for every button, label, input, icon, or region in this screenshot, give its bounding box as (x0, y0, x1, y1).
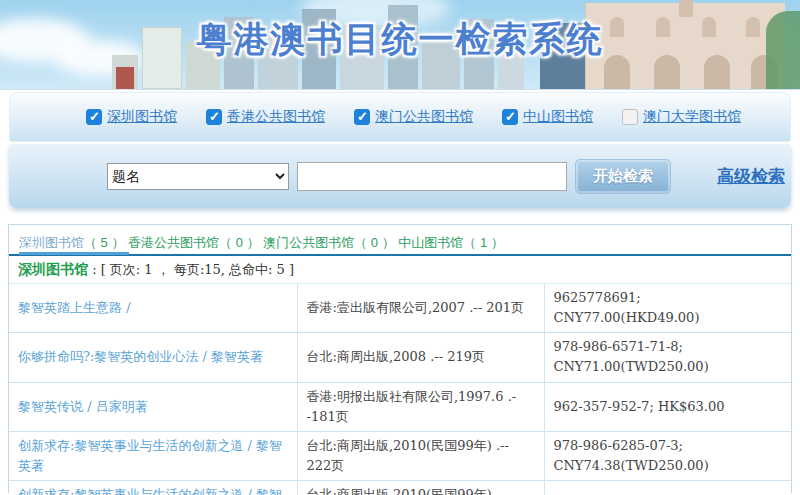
checkbox-macau-public[interactable] (354, 109, 370, 125)
tab-shenzhen-library[interactable]: 深圳图书馆（ 5 ） (19, 235, 124, 250)
publication-cell: 香港:明报出版社有限公司,1997.6 .--181页 (297, 382, 544, 431)
isbn-price-cell: 978-986-6285-07-3; CNY74.38(TWD250.00) (544, 431, 791, 480)
book-title-link[interactable]: 创新求存:黎智英事业与生活的创新之道 / 黎智英著 (18, 438, 282, 473)
results-table: 黎智英踏上生意路 / 香港:壹出版有限公司,2007 .-- 201页 9625… (9, 283, 791, 495)
summary-library-name: 深圳图书馆 (18, 261, 88, 277)
checkbox-hongkong[interactable] (206, 109, 222, 125)
active-tab-underline (19, 252, 129, 255)
search-submit-button[interactable]: 开始检索 (575, 159, 671, 194)
library-link[interactable]: 澳门大学图书馆 (643, 108, 741, 126)
library-option-macau-public[interactable]: 澳门公共图书馆 (354, 108, 473, 126)
publication-cell: 台北:商周出版,2010(民国99年) .-- 222页 (297, 431, 544, 480)
search-bar: 题名 开始检索 高级检索 (9, 144, 791, 208)
checkbox-shenzhen[interactable] (86, 109, 102, 125)
table-row: 创新求存:黎智英事业与生活的创新之道 / 黎智英著 台北:商周出版,2010(民… (9, 431, 791, 480)
isbn-price-cell: 978-986-6285-07-3; CNY95.00 (544, 481, 791, 495)
search-input[interactable] (297, 162, 567, 191)
book-title-link[interactable]: 创新求存:黎智英事业与生活的创新之道 / 黎智英著 (18, 487, 282, 495)
publication-cell: 香港:壹出版有限公司,2007 .-- 201页 (297, 284, 544, 333)
table-row: 你够拼命吗?:黎智英的创业心法 / 黎智英著 台北:商周出版,2008 .-- … (9, 333, 791, 382)
library-option-shenzhen[interactable]: 深圳图书馆 (86, 108, 177, 126)
tab-zhongshan-library[interactable]: 中山图书馆（ 1 ） (398, 235, 503, 250)
isbn-price-cell: 978-986-6571-71-8; CNY71.00(TWD250.00) (544, 333, 791, 382)
library-link[interactable]: 中山图书馆 (523, 108, 593, 126)
summary-paging-info: : [ 页次: 1 ， 每页:15, 总命中: 5 ] (88, 262, 294, 277)
library-option-macau-university[interactable]: 澳门大学图书馆 (622, 108, 741, 126)
building-graphic (116, 67, 134, 89)
checkbox-zhongshan[interactable] (502, 109, 518, 125)
table-row: 黎智英踏上生意路 / 香港:壹出版有限公司,2007 .-- 201页 9625… (9, 284, 791, 333)
library-option-zhongshan[interactable]: 中山图书馆 (502, 108, 593, 126)
isbn-price-cell: 962-357-952-7; HK$63.00 (544, 382, 791, 431)
book-title-link[interactable]: 黎智英踏上生意路 / (18, 300, 131, 315)
tab-hongkong-library[interactable]: 香港公共图书馆（ 0 ） (128, 235, 259, 250)
library-link[interactable]: 深圳图书馆 (107, 108, 177, 126)
publication-cell: 台北:商周出版,2008 .-- 219页 (297, 333, 544, 382)
table-row: 创新求存:黎智英事业与生活的创新之道 / 黎智英著 台北:商周出版,2010(民… (9, 481, 791, 495)
results-panel: 深圳图书馆（ 5 ） 香港公共图书馆（ 0 ） 澳门公共图书馆（ 0 ） 中山图… (8, 224, 792, 493)
page-header: 粤港澳书目统一检索系统 (0, 0, 800, 90)
tab-macau-library[interactable]: 澳门公共图书馆（ 0 ） (263, 235, 394, 250)
book-title-link[interactable]: 黎智英传说 / 吕家明著 (18, 399, 148, 414)
search-field-select[interactable]: 题名 (107, 163, 289, 190)
book-title-link[interactable]: 你够拼命吗?:黎智英的创业心法 / 黎智英著 (18, 349, 263, 364)
checkbox-macau-university[interactable] (622, 109, 638, 125)
library-option-hongkong[interactable]: 香港公共图书馆 (206, 108, 325, 126)
result-summary: 深圳图书馆 : [ 页次: 1 ， 每页:15, 总命中: 5 ] (9, 256, 791, 283)
results-tabs: 深圳图书馆（ 5 ） 香港公共图书馆（ 0 ） 澳门公共图书馆（ 0 ） 中山图… (9, 225, 791, 254)
library-link[interactable]: 澳门公共图书馆 (375, 108, 473, 126)
advanced-search-link[interactable]: 高级检索 (717, 165, 785, 188)
isbn-price-cell: 9625778691; CNY77.00(HKD49.00) (544, 284, 791, 333)
library-link[interactable]: 香港公共图书馆 (227, 108, 325, 126)
library-filter-bar: 深圳图书馆 香港公共图书馆 澳门公共图书馆 中山图书馆 澳门大学图书馆 (9, 92, 791, 142)
page-title: 粤港澳书目统一检索系统 (0, 16, 800, 63)
table-row: 黎智英传说 / 吕家明著 香港:明报出版社有限公司,1997.6 .--181页… (9, 382, 791, 431)
publication-cell: 台北:商周出版,2010(民国99年) .-- 222页 (297, 481, 544, 495)
